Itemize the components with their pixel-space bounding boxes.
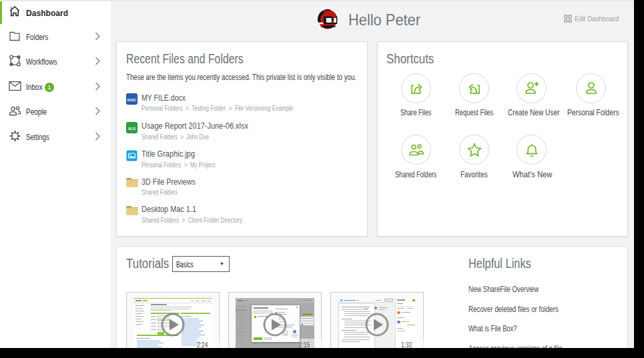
svg-text:XLS: XLS xyxy=(128,126,136,130)
svg-text:DOC: DOC xyxy=(127,98,137,102)
